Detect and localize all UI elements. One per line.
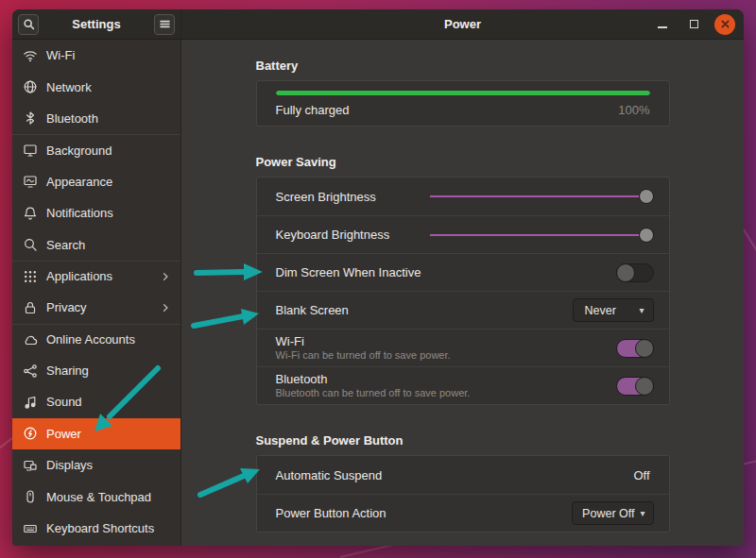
- desktop-background: Settings Wi-FiNetworkBluetoothBackground…: [0, 0, 756, 558]
- battery-status: Fully charged: [276, 103, 350, 117]
- sidebar-item-label: Sharing: [46, 364, 171, 378]
- wifi-row: Wi-Fi Wi-Fi can be turned off to save po…: [257, 329, 669, 366]
- power-icon: [23, 426, 38, 441]
- close-button[interactable]: [714, 14, 735, 35]
- sidebar-item-label: Online Accounts: [46, 332, 171, 347]
- toggle-knob: [616, 263, 635, 282]
- search-button[interactable]: [18, 14, 39, 35]
- sidebar-item-label: Bluetooth: [46, 111, 171, 126]
- sidebar-item-power[interactable]: Power: [12, 418, 180, 449]
- sidebar-item-wi-fi[interactable]: Wi-Fi: [12, 40, 180, 71]
- power-saving-heading: Power Saving: [256, 155, 670, 169]
- blank-screen-row: Blank Screen Never ▾: [257, 291, 669, 329]
- hamburger-menu-button[interactable]: [154, 14, 175, 35]
- sidebar-item-sharing[interactable]: Sharing: [12, 355, 180, 386]
- battery-percent: 100%: [618, 103, 649, 117]
- bluetooth-icon: [23, 110, 38, 126]
- dim-screen-toggle[interactable]: [616, 263, 654, 282]
- maximize-button[interactable]: [683, 14, 704, 35]
- close-icon: [721, 20, 730, 28]
- sidebar-item-label: Applications: [46, 269, 160, 283]
- sidebar-item-online-accounts[interactable]: Online Accounts: [12, 324, 180, 355]
- wifi-icon: [23, 48, 38, 63]
- sidebar-item-keyboard-shortcuts[interactable]: Keyboard Shortcuts: [12, 513, 180, 544]
- applications-icon: [23, 269, 38, 284]
- sidebar-item-notifications[interactable]: Notifications: [12, 197, 180, 228]
- suspend-heading: Suspend & Power Button: [256, 433, 670, 448]
- settings-window: Settings Wi-FiNetworkBluetoothBackground…: [12, 9, 744, 546]
- sidebar-header: Settings: [12, 9, 180, 40]
- automatic-suspend-row[interactable]: Automatic Suspend Off: [257, 456, 669, 494]
- dim-screen-label: Dim Screen When Inactive: [276, 265, 421, 279]
- appearance-icon: [23, 174, 38, 189]
- power-button-action-row: Power Button Action Power Off ▾: [257, 494, 669, 532]
- sidebar-item-appearance[interactable]: Appearance: [12, 166, 180, 197]
- sharing-icon: [23, 364, 38, 379]
- hamburger-icon: [159, 18, 171, 30]
- battery-fill: [276, 91, 650, 95]
- sidebar-item-label: Mouse & Touchpad: [46, 490, 171, 504]
- sidebar-item-label: Displays: [46, 458, 171, 472]
- wifi-toggle[interactable]: [616, 339, 654, 358]
- battery-heading: Battery: [256, 59, 670, 73]
- minimize-icon: [658, 26, 667, 28]
- suspend-card: Automatic Suspend Off Power Button Actio…: [256, 455, 670, 533]
- sidebar-item-label: Network: [46, 80, 171, 94]
- sidebar-item-background[interactable]: Background: [12, 134, 180, 165]
- keyboard-brightness-row: Keyboard Brightness: [257, 215, 669, 253]
- toggle-knob: [635, 339, 654, 358]
- battery-level-bar: [276, 91, 650, 95]
- dropdown-caret-icon: ▾: [639, 305, 644, 315]
- sidebar-item-label: Search: [46, 238, 171, 252]
- chevron-right-icon: [160, 270, 171, 283]
- sidebar: Settings Wi-FiNetworkBluetoothBackground…: [12, 9, 181, 546]
- power-button-action-label: Power Button Action: [276, 506, 387, 520]
- network-icon: [23, 79, 38, 94]
- slider-handle[interactable]: [639, 228, 654, 243]
- sidebar-item-sound[interactable]: Sound: [12, 386, 180, 417]
- sidebar-item-label: Keyboard Shortcuts: [46, 521, 171, 535]
- wifi-label: Wi-Fi: [276, 334, 451, 349]
- background-icon: [23, 143, 38, 158]
- bluetooth-row: Bluetooth Bluetooth can be turned off to…: [257, 366, 669, 404]
- sidebar-item-privacy[interactable]: Privacy: [12, 292, 180, 323]
- bluetooth-label: Bluetooth: [276, 372, 471, 387]
- search-icon: [23, 237, 38, 252]
- maximize-icon: [690, 20, 698, 28]
- sidebar-item-bluetooth[interactable]: Bluetooth: [12, 103, 180, 134]
- keyboard-brightness-label: Keyboard Brightness: [276, 228, 390, 242]
- slider-handle[interactable]: [639, 189, 654, 204]
- blank-screen-label: Blank Screen: [276, 303, 349, 317]
- titlebar: Power: [181, 9, 744, 40]
- screen-brightness-slider[interactable]: [430, 188, 654, 205]
- sidebar-item-mouse-touchpad[interactable]: Mouse & Touchpad: [12, 481, 180, 512]
- sidebar-item-displays[interactable]: Displays: [12, 449, 180, 481]
- chevron-right-icon: [160, 301, 171, 314]
- automatic-suspend-value: Off: [633, 468, 653, 482]
- keyboard-icon: [23, 521, 38, 536]
- sidebar-item-applications[interactable]: Applications: [12, 261, 180, 292]
- bluetooth-toggle[interactable]: [616, 377, 654, 396]
- keyboard-brightness-slider[interactable]: [430, 227, 654, 244]
- blank-screen-dropdown[interactable]: Never ▾: [573, 298, 654, 322]
- sidebar-item-label: Background: [46, 144, 171, 158]
- slider-track: [430, 234, 646, 236]
- dim-screen-row: Dim Screen When Inactive: [257, 253, 669, 291]
- sidebar-item-search[interactable]: Search: [12, 228, 180, 260]
- dropdown-caret-icon: ▾: [640, 508, 644, 518]
- sidebar-item-network[interactable]: Network: [12, 71, 180, 102]
- sidebar-list: Wi-FiNetworkBluetoothBackgroundAppearanc…: [12, 40, 180, 546]
- content-area: Battery Fully charged 100%: [181, 40, 744, 546]
- minimize-button[interactable]: [652, 14, 673, 35]
- sound-icon: [23, 395, 38, 410]
- sidebar-item-label: Wi-Fi: [46, 48, 171, 62]
- blank-screen-value: Never: [585, 304, 616, 317]
- wifi-subtitle: Wi-Fi can be turned off to save power.: [276, 349, 451, 363]
- power-button-action-dropdown[interactable]: Power Off ▾: [572, 501, 653, 525]
- battery-section: Battery Fully charged 100%: [256, 59, 670, 127]
- slider-track: [430, 195, 646, 197]
- sidebar-title: Settings: [39, 17, 154, 31]
- suspend-section: Suspend & Power Button Automatic Suspend…: [256, 433, 670, 533]
- power-saving-section: Power Saving Screen Brightness Keybo: [256, 155, 670, 405]
- displays-icon: [23, 458, 38, 473]
